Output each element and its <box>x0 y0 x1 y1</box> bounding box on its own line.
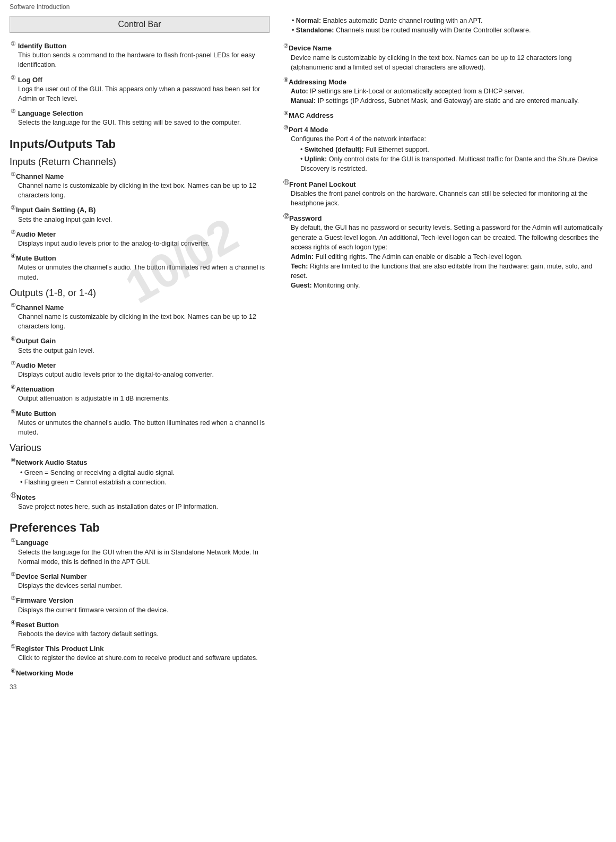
various-section-title: Various <box>10 442 270 454</box>
control-bar-item-2: ② Log Off Logs the user out of the GUI. … <box>10 74 270 104</box>
pref-item-3: ③Firmware Version Displays the current f… <box>10 595 270 614</box>
right-column: Normal: Enables automatic Dante channel … <box>282 12 606 681</box>
control-bar-item-1: ① Identify Button This button sends a co… <box>10 40 270 70</box>
port4-bullet-2: Uplink: Only control data for the GUI is… <box>300 154 606 173</box>
pref-item-5: ⑤Register This Product Link Click to reg… <box>10 643 270 663</box>
left-column: Control Bar ① Identify Button This butto… <box>10 12 270 681</box>
cb-item-2-body: Logs the user out of the GUI. This appea… <box>11 84 270 103</box>
pref-tab-title: Preferences Tab <box>10 521 270 535</box>
inputs-section-title: Inputs (Return Channels) <box>10 157 270 168</box>
control-bar-item-3: ③ Language Selection Selects the languag… <box>10 108 270 127</box>
port4-bullet-1: Switched (default): Full Ethernet suppor… <box>300 145 606 154</box>
pref-item-4: ④Reset Button Reboots the device with fa… <box>10 619 270 639</box>
io-tab-title: Inputs/Outputs Tab <box>10 137 270 151</box>
bullet-item: Flashing green = Cannot establish a conn… <box>20 478 270 487</box>
io-output-item-7: ⑦Audio Meter Displays output audio level… <box>10 360 270 379</box>
io-output-item-9: ⑨Mute Button Mutes or unmutes the channe… <box>10 408 270 438</box>
bullet-item: Green = Sending or receiving a digital a… <box>20 468 270 478</box>
outputs-section-title: Outputs (1-8, or 1-4) <box>10 288 270 299</box>
io-input-item-1: ①Channel Name Channel name is customizab… <box>10 171 270 201</box>
cb-item-3-title: ③ Language Selection <box>11 108 270 117</box>
rc-item-9: ⑨MAC Address <box>282 110 606 119</box>
pref-item-6: ⑥Networking Mode <box>10 667 270 677</box>
io-output-item-5: ⑤Channel Name Channel name is customizab… <box>10 302 270 332</box>
cb-item-1-body: This button sends a command to the hardw… <box>11 50 270 70</box>
rc-item-12: ⑫Password By default, the GUI has no pas… <box>282 212 606 290</box>
io-output-item-8: ⑧Attenuation Output attenuation is adjus… <box>10 384 270 403</box>
cb-item-3-body: Selects the language for the GUI. This s… <box>11 118 270 127</box>
rc-item-8: ⑧Addressing Mode Auto: IP settings are L… <box>282 76 606 106</box>
cb-item-2-title: ② Log Off <box>11 74 270 84</box>
various-item-10: ⑩Network Audio Status Green = Sending or… <box>10 457 270 487</box>
io-output-item-6: ⑥Output Gain Sets the output gain level. <box>10 335 270 355</box>
networking-mode-bullets: Normal: Enables automatic Dante channel … <box>282 16 606 35</box>
io-input-item-4: ④Mute Button Mutes or unmutes the channe… <box>10 253 270 282</box>
rc-item-7: ⑦Device Name Device name is customizable… <box>282 42 606 72</box>
cb-item-1-title: ① Identify Button <box>11 40 270 50</box>
rc-item-10: ⑩Port 4 Mode Configures the Port 4 of th… <box>282 124 606 174</box>
io-input-item-2: ②Input Gain Setting (A, B) Sets the anal… <box>10 204 270 224</box>
pref-item-2: ②Device Serial Number Displays the devic… <box>10 571 270 591</box>
page-number: 33 <box>0 681 616 693</box>
various-item-11: ⑪Notes Save project notes here, such as … <box>10 491 270 511</box>
network-audio-status-bullets: Green = Sending or receiving a digital a… <box>11 468 270 487</box>
rc-item-11: ⑪Front Panel Lockout Disables the front … <box>282 178 606 209</box>
io-input-item-3: ③Audio Meter Displays input audio levels… <box>10 229 270 248</box>
pref-item-1: ①Language Selects the language for the G… <box>10 537 270 567</box>
networking-bullet-standalone: Standalone: Channels must be routed manu… <box>292 25 606 35</box>
networking-bullet-normal: Normal: Enables automatic Dante channel … <box>292 16 606 25</box>
control-bar-title-box: Control Bar <box>10 16 270 33</box>
page-header: Software Introduction <box>0 0 616 12</box>
